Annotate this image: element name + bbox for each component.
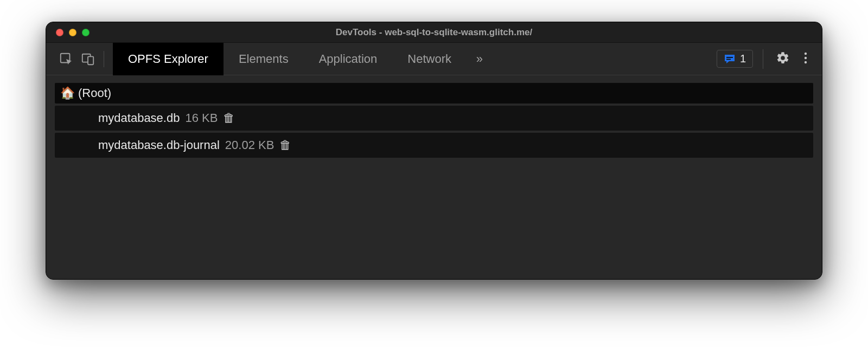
- svg-rect-3: [726, 57, 733, 58]
- minimize-window-button[interactable]: [69, 29, 76, 36]
- titlebar: DevTools - web-sql-to-sqlite-wasm.glitch…: [46, 22, 822, 43]
- more-tabs-button[interactable]: »: [469, 43, 490, 75]
- tree-root-label: (Root): [78, 86, 111, 100]
- issues-icon: [724, 54, 736, 64]
- kebab-icon: [804, 52, 807, 66]
- trash-icon: 🗑: [279, 138, 291, 152]
- maximize-window-button[interactable]: [82, 29, 90, 36]
- delete-file-button[interactable]: 🗑: [279, 138, 291, 152]
- issues-count: 1: [740, 53, 746, 65]
- gear-icon: [776, 51, 790, 67]
- window-title: DevTools - web-sql-to-sqlite-wasm.glitch…: [46, 27, 822, 38]
- svg-rect-4: [726, 59, 731, 60]
- opfs-explorer-panel: 🏠 (Root) mydatabase.db 16 KB 🗑 mydatabas…: [46, 75, 822, 279]
- tab-network[interactable]: Network: [392, 43, 467, 75]
- tree-root-row[interactable]: 🏠 (Root): [55, 83, 813, 104]
- file-size: 16 KB: [185, 111, 218, 125]
- tab-strip: OPFS Explorer Elements Application Netwo…: [113, 43, 490, 75]
- file-row[interactable]: mydatabase.db-journal 20.02 KB 🗑: [55, 133, 813, 158]
- toolbar: OPFS Explorer Elements Application Netwo…: [46, 43, 822, 75]
- devtools-window: DevTools - web-sql-to-sqlite-wasm.glitch…: [46, 22, 822, 280]
- inspect-element-button[interactable]: [57, 50, 75, 68]
- house-icon: 🏠: [60, 87, 75, 99]
- file-name: mydatabase.db: [98, 111, 180, 125]
- svg-point-7: [805, 61, 807, 63]
- tab-elements[interactable]: Elements: [224, 43, 304, 75]
- file-name: mydatabase.db-journal: [98, 138, 220, 152]
- traffic-lights: [46, 29, 90, 36]
- close-window-button[interactable]: [56, 29, 63, 36]
- tab-opfs-explorer[interactable]: OPFS Explorer: [113, 43, 224, 75]
- file-row[interactable]: mydatabase.db 16 KB 🗑: [55, 106, 813, 131]
- tab-application[interactable]: Application: [304, 43, 393, 75]
- svg-point-6: [805, 56, 807, 59]
- device-toggle-button[interactable]: [79, 50, 97, 68]
- issues-badge[interactable]: 1: [717, 50, 753, 68]
- more-options-button[interactable]: [796, 49, 815, 69]
- delete-file-button[interactable]: 🗑: [223, 111, 235, 125]
- toolbar-separator: [104, 51, 104, 67]
- toolbar-separator-right: [763, 49, 763, 69]
- svg-rect-2: [88, 56, 93, 64]
- svg-point-5: [805, 52, 807, 54]
- file-size: 20.02 KB: [225, 138, 275, 152]
- trash-icon: 🗑: [223, 111, 235, 125]
- settings-button[interactable]: [773, 49, 793, 69]
